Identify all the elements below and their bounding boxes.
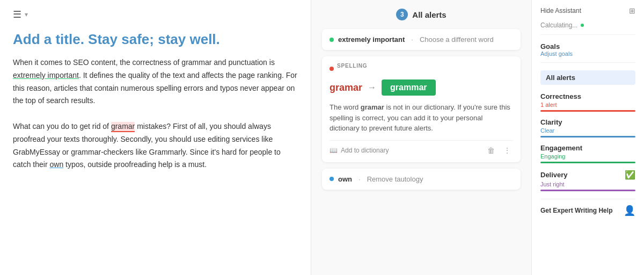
menu-label: ▾ — [25, 11, 28, 18]
delivery-sub: Just right — [540, 181, 635, 187]
clarity-bar — [540, 136, 635, 138]
delivery-label: Delivery — [540, 171, 568, 179]
own-highlight: own — [49, 160, 63, 169]
dot-blue-icon — [330, 177, 334, 181]
clarity-label: Clarity — [540, 118, 562, 126]
metric-clarity: Clarity Clear — [540, 118, 635, 138]
alerts-title: All alerts — [412, 10, 446, 19]
hamburger-menu[interactable]: ☰ ▾ — [13, 9, 298, 20]
alerts-panel: 3 All alerts extremely important · Choos… — [311, 0, 531, 275]
alert-word-3: own — [338, 175, 352, 183]
expert-title: Get Expert Writing Help — [540, 206, 612, 215]
arrow-icon: → — [368, 83, 376, 92]
delivery-check-icon: ✅ — [625, 170, 635, 180]
separator-3: · — [358, 175, 361, 183]
card-footer: 📖 Add to dictionary 🗑 ⋮ — [330, 140, 513, 156]
spelling-description: The word gramar is not in our dictionary… — [330, 102, 513, 134]
metric-correctness: Correctness 1 alert — [540, 92, 635, 112]
spelling-label: SPELLING — [337, 63, 367, 69]
engagement-bar — [540, 162, 635, 163]
spelling-from: gramar — [330, 82, 362, 93]
extremely-important-highlight: extremely important — [13, 71, 79, 79]
more-options-button[interactable]: ⋮ — [501, 145, 513, 156]
alert-word-1: extremely important — [338, 35, 405, 44]
engagement-label: Engagement — [540, 144, 582, 152]
metric-delivery: Delivery ✅ Just right — [540, 170, 635, 191]
alert-card-1[interactable]: extremely important · Choose a different… — [322, 29, 521, 50]
calculating-label: Calculating... — [540, 21, 577, 29]
hamburger-icon: ☰ — [13, 9, 21, 20]
alert-action-1: Choose a different word — [420, 35, 494, 44]
spelling-to: grammar — [382, 79, 435, 96]
all-alerts-button[interactable]: All alerts — [540, 70, 635, 85]
calculating-row: Calculating... — [540, 21, 635, 35]
calculating-dot — [581, 24, 584, 27]
hide-assistant-button[interactable]: Hide Assistant — [540, 7, 581, 15]
expert-section: Get Expert Writing Help 👤 — [540, 199, 635, 216]
goals-section: Goals Adjust goals — [540, 42, 635, 63]
correctness-label: Correctness — [540, 92, 581, 100]
goals-title: Goals — [540, 42, 635, 50]
delete-button[interactable]: 🗑 — [485, 145, 497, 156]
right-header: Hide Assistant ⊞ — [540, 6, 635, 15]
gramar-highlight: gramar — [111, 122, 135, 132]
editor-panel: ☰ ▾ Add a title. Stay safe; stay well. W… — [0, 0, 311, 275]
assistant-panel: Hide Assistant ⊞ Calculating... Goals Ad… — [531, 0, 644, 275]
correctness-bar — [540, 110, 635, 112]
separator-1: · — [411, 35, 413, 44]
alert-card-3[interactable]: own · Remove tautology — [322, 169, 521, 190]
dot-green-icon — [330, 38, 334, 42]
metric-engagement: Engagement Engaging — [540, 144, 635, 163]
document-body: When it comes to SEO content, the correc… — [13, 56, 298, 171]
alert-action-3: Remove tautology — [367, 175, 423, 183]
person-icon: 👤 — [624, 205, 635, 216]
metrics-list: Correctness 1 alert Clarity Clear Engage… — [540, 92, 635, 191]
add-to-dictionary-button[interactable]: 📖 Add to dictionary — [330, 147, 389, 154]
alert-card-2: SPELLING gramar → grammar The word grama… — [322, 56, 521, 162]
correctness-sub: 1 alert — [540, 102, 635, 108]
card-actions: 🗑 ⋮ — [485, 145, 513, 156]
adjust-goals-link[interactable]: Adjust goals — [540, 50, 635, 57]
book-icon: 📖 — [330, 147, 338, 154]
delivery-bar — [540, 190, 635, 191]
dot-red-icon — [330, 67, 334, 71]
grid-icon: ⊞ — [629, 6, 635, 15]
engagement-sub: Engaging — [540, 153, 635, 160]
alert-count-badge: 3 — [396, 9, 408, 20]
document-title: Add a title. Stay safe; stay well. — [13, 31, 298, 48]
alerts-header: 3 All alerts — [322, 9, 521, 20]
clarity-sub: Clear — [540, 127, 635, 134]
spelling-correction: gramar → grammar — [330, 79, 513, 96]
